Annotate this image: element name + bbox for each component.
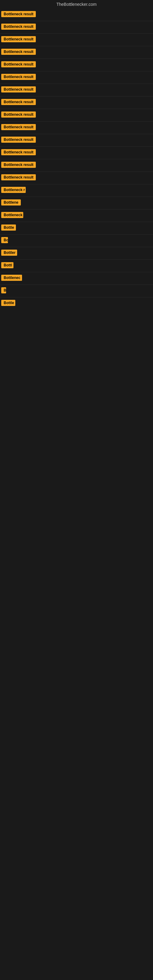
result-row: Bottlene (0, 197, 153, 210)
result-row: Bottleneck (0, 210, 153, 222)
bottleneck-badge[interactable]: Bottleneck result (1, 149, 36, 155)
bottleneck-badge[interactable]: Bottlene (1, 199, 21, 205)
bottleneck-badge[interactable]: Bottleneck result (1, 99, 36, 105)
result-row: Bottleneck result (0, 134, 153, 147)
result-row: Bottleneck result (0, 46, 153, 59)
site-title-text: TheBottlenecker.com (56, 2, 97, 7)
bottleneck-badge[interactable]: Bottleneck result (1, 36, 36, 42)
result-row: Bottle (0, 298, 153, 310)
result-row: Bottleneck result (0, 172, 153, 185)
result-row: Bottleneck r (0, 185, 153, 197)
result-row: Bottleneck result (0, 97, 153, 109)
bottleneck-badge[interactable]: Bottler (1, 250, 17, 256)
bottleneck-badge[interactable]: Bottlenec (1, 275, 22, 281)
result-row: Bottlenec (0, 272, 153, 285)
bottleneck-badge[interactable]: Bottleneck result (1, 11, 36, 17)
result-row: Bottleneck result (0, 21, 153, 34)
bottleneck-badge[interactable]: Bottleneck r (1, 187, 26, 193)
bottleneck-badge[interactable]: Bottle (1, 224, 16, 231)
bottleneck-badge[interactable]: Bottle (1, 300, 15, 306)
result-row: Bottleneck result (0, 109, 153, 122)
bottleneck-badge[interactable]: Bottleneck result (1, 74, 36, 80)
bottleneck-badge[interactable]: Bottleneck result (1, 86, 36, 92)
bottleneck-badge[interactable]: Bottleneck result (1, 162, 36, 168)
result-row: Bottleneck result (0, 59, 153, 72)
bottleneck-badge[interactable]: Bottleneck result (1, 124, 36, 130)
result-row: Bottle (0, 222, 153, 235)
bottleneck-badge[interactable]: Bottleneck result (1, 49, 36, 55)
result-row: Bottleneck result (0, 9, 153, 21)
bottleneck-badge[interactable]: Bottleneck result (1, 137, 36, 143)
bottleneck-badge[interactable]: B (1, 287, 6, 293)
result-row: Bottler (0, 247, 153, 260)
result-row: Bottl (0, 260, 153, 272)
result-row: Bottleneck result (0, 147, 153, 159)
result-row: Bottleneck result (0, 159, 153, 172)
result-row: Bottleneck result (0, 72, 153, 84)
bottleneck-badge[interactable]: Bottleneck result (1, 174, 36, 180)
bottleneck-badge[interactable]: Bottleneck result (1, 111, 36, 118)
bottleneck-badge[interactable]: Bottl (1, 262, 13, 268)
result-row: Bottleneck result (0, 122, 153, 134)
site-title: TheBottlenecker.com (0, 0, 153, 9)
bottleneck-badge[interactable]: Bottleneck result (1, 24, 36, 30)
result-row: Bottleneck result (0, 34, 153, 46)
result-row: B (0, 285, 153, 298)
result-row: Bottleneck result (0, 84, 153, 97)
bottleneck-badge[interactable]: Bottleneck result (1, 61, 36, 67)
results-container: Bottleneck resultBottleneck resultBottle… (0, 9, 153, 310)
result-row: Bo (0, 235, 153, 247)
bottleneck-badge[interactable]: Bo (1, 237, 8, 243)
bottleneck-badge[interactable]: Bottleneck (1, 212, 23, 218)
